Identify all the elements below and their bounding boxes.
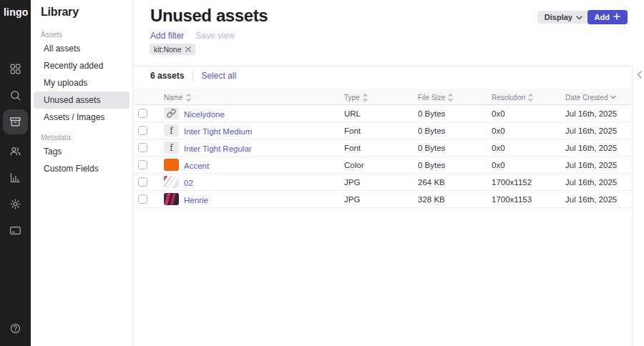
lingo-logo: lingo xyxy=(4,6,28,18)
table-body: NicelydoneURL0 Bytes0x0Jul 16th, 2025fIn… xyxy=(133,105,632,208)
sidebar-item-unused-assets[interactable]: Unused assets xyxy=(34,92,130,109)
sort-toggle-icon xyxy=(448,94,453,102)
sort-toggle-icon xyxy=(528,94,533,102)
sidebar-item-tags[interactable]: Tags xyxy=(34,143,130,160)
sort-desc-icon xyxy=(610,95,616,99)
asset-type: Color xyxy=(344,161,418,169)
row-checkbox[interactable] xyxy=(138,126,147,135)
add-filter-link[interactable]: Add filter xyxy=(150,31,184,41)
asset-resolution: 1700x1152 xyxy=(492,178,565,187)
column-label: Name xyxy=(164,94,183,102)
asset-date-created: Jul 16th, 2025 xyxy=(565,144,632,152)
filter-links: Add filter Save view xyxy=(150,31,235,41)
asset-date-created: Jul 16th, 2025 xyxy=(565,109,632,118)
sidebar-sections: AssetsAll assetsRecently addedMy uploads… xyxy=(31,30,132,177)
section-label: Assets xyxy=(34,30,130,40)
asset-name-link[interactable]: 02 xyxy=(184,179,193,187)
column-header-name[interactable]: Name xyxy=(164,94,344,102)
asset-type: JPG xyxy=(344,195,418,204)
column-header-resolution[interactable]: Resolution xyxy=(492,94,565,102)
filter-chip[interactable]: kit:None xyxy=(150,44,195,55)
asset-date-created: Jul 16th, 2025 xyxy=(565,178,632,187)
image-thumbnail xyxy=(164,176,179,188)
asset-date-created: Jul 16th, 2025 xyxy=(565,161,632,169)
table-row: fInter Tight MediumFont0 Bytes0x0Jul 16t… xyxy=(133,122,632,139)
assets-table: NameTypeFile SizeResolutionDate Created … xyxy=(133,89,632,208)
asset-resolution: 1700x1153 xyxy=(492,195,565,204)
asset-file-size: 0 Bytes xyxy=(418,161,492,169)
add-button-label: Add xyxy=(595,13,610,21)
add-button[interactable]: Add xyxy=(587,10,628,24)
asset-date-created: Jul 16th, 2025 xyxy=(565,127,632,135)
table-row: NicelydoneURL0 Bytes0x0Jul 16th, 2025 xyxy=(133,105,632,122)
asset-name-link[interactable]: Accent xyxy=(184,162,209,170)
section-label: Metadata xyxy=(34,133,130,143)
sidebar-section-metadata: MetadataTagsCustom Fields xyxy=(31,133,132,177)
asset-file-size: 0 Bytes xyxy=(418,144,492,152)
asset-file-size: 0 Bytes xyxy=(418,109,492,118)
insights-chart-icon[interactable] xyxy=(9,172,21,184)
column-label: Type xyxy=(344,94,360,102)
font-icon: f xyxy=(164,142,179,154)
save-view-link[interactable]: Save view xyxy=(195,31,235,41)
table-row: fInter Tight RegularFont0 Bytes0x0Jul 16… xyxy=(133,139,632,157)
color-swatch xyxy=(164,159,179,171)
plus-icon xyxy=(613,13,620,21)
help-icon[interactable] xyxy=(9,322,21,335)
sidebar-item-all-assets[interactable]: All assets xyxy=(34,40,130,57)
table-row: HenrieJPG328 KB1700x1153Jul 16th, 2025 xyxy=(133,191,632,208)
row-checkbox[interactable] xyxy=(138,177,147,187)
settings-gear-icon[interactable] xyxy=(9,198,21,210)
column-header-date-created[interactable]: Date Created xyxy=(565,94,632,102)
collapse-panel-icon[interactable] xyxy=(635,70,643,79)
table-row: 02JPG264 KB1700x1152Jul 16th, 2025 xyxy=(133,174,632,191)
asset-type: Font xyxy=(344,144,418,152)
column-label: Date Created xyxy=(565,94,608,102)
chip-remove-icon[interactable] xyxy=(185,46,191,52)
row-checkbox[interactable] xyxy=(138,109,147,118)
search-icon[interactable] xyxy=(9,89,21,102)
display-button[interactable]: Display xyxy=(537,11,590,24)
asset-type: URL xyxy=(344,109,418,118)
filter-chip-label: kit:None xyxy=(154,45,182,54)
sort-toggle-icon xyxy=(186,94,191,102)
toolbar-separator xyxy=(192,71,193,81)
image-thumbnail xyxy=(164,193,179,205)
asset-name-link[interactable]: Henrie xyxy=(184,196,208,204)
display-button-label: Display xyxy=(545,13,572,21)
asset-date-created: Jul 16th, 2025 xyxy=(565,195,632,204)
asset-name-link[interactable]: Nicelydone xyxy=(184,110,225,119)
sidebar-title: Library xyxy=(41,4,132,20)
select-all-link[interactable]: Select all xyxy=(201,71,236,81)
apps-grid-icon[interactable] xyxy=(9,63,21,75)
row-checkbox[interactable] xyxy=(138,160,147,169)
main-content: Unused assets Display Add Add filter Sav… xyxy=(133,0,644,346)
asset-resolution: 0x0 xyxy=(492,161,565,169)
asset-type: Font xyxy=(344,127,418,135)
app-rail: lingo xyxy=(0,0,31,346)
page-title: Unused assets xyxy=(150,6,268,26)
asset-file-size: 328 KB xyxy=(418,195,492,204)
sidebar-item-custom-fields[interactable]: Custom Fields xyxy=(34,160,130,177)
asset-name-link[interactable]: Inter Tight Regular xyxy=(184,144,252,153)
header-divider xyxy=(133,66,644,66)
asset-name-link[interactable]: Inter Tight Medium xyxy=(184,127,252,136)
members-icon[interactable] xyxy=(9,145,21,157)
sidebar-section-assets: AssetsAll assetsRecently addedMy uploads… xyxy=(31,30,132,126)
assets-archive-icon[interactable] xyxy=(3,109,28,134)
row-checkbox[interactable] xyxy=(138,194,147,204)
sort-toggle-icon xyxy=(363,94,368,102)
sidebar-item-my-uploads[interactable]: My uploads xyxy=(34,74,130,92)
asset-resolution: 0x0 xyxy=(492,144,565,152)
font-icon: f xyxy=(164,124,179,137)
column-header-file-size[interactable]: File Size xyxy=(418,94,492,102)
asset-file-size: 264 KB xyxy=(418,178,492,187)
chevron-down-icon xyxy=(576,13,582,21)
billing-card-icon[interactable] xyxy=(9,224,21,237)
row-checkbox[interactable] xyxy=(138,143,147,152)
library-sidebar: Library AssetsAll assetsRecently addedMy… xyxy=(31,0,133,346)
sidebar-item-assets-images[interactable]: Assets / Images xyxy=(34,109,130,126)
right-panel-strip xyxy=(632,66,644,346)
sidebar-item-recently-added[interactable]: Recently added xyxy=(34,57,130,74)
column-header-type[interactable]: Type xyxy=(344,94,418,102)
